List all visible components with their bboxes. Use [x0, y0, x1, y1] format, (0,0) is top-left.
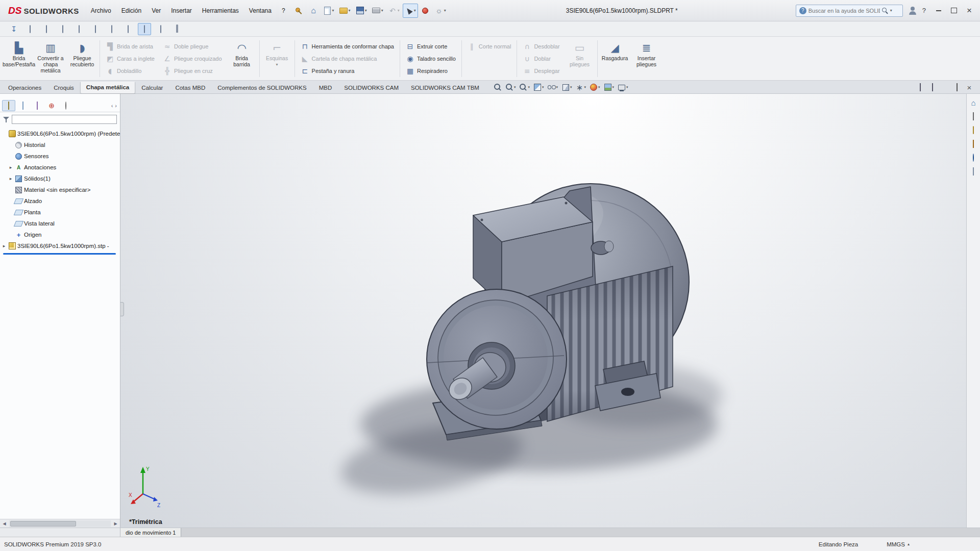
pliegue-croquizado-button[interactable]: ∠ Pliegue croquizado [159, 53, 226, 65]
doc-minimize-icon[interactable] [939, 83, 950, 92]
respiradero-button[interactable]: ▦ Respiradero [402, 65, 460, 77]
tab-solidworks-cam-tbm[interactable]: SOLIDWORKS CAM TBM [405, 82, 485, 93]
previous-view-icon[interactable]: ▾ [518, 82, 531, 92]
view-palette-icon[interactable] [968, 138, 979, 149]
design-library-icon[interactable] [968, 111, 979, 122]
tree-item-imported-stp[interactable]: ▸ 3SIE90L6(6Po1.5kw1000rpm).stp - [0, 240, 120, 252]
rollback-bar[interactable] [3, 253, 116, 255]
tab-operaciones[interactable]: Operaciones [2, 82, 47, 93]
doc-close-icon[interactable] [964, 83, 975, 92]
sheetmetal-tool-icon[interactable] [23, 23, 37, 35]
zoom-area-icon[interactable]: ▾ [504, 82, 517, 92]
edit-appearance-icon[interactable]: ▾ [589, 82, 601, 92]
displaymanager-tab[interactable] [59, 100, 72, 111]
desdoblar-button[interactable]: ∩ Desdoblar [519, 40, 564, 53]
pestana-y-ranura-button[interactable]: ⊏ Pestaña y ranura [297, 65, 398, 77]
panel-splitter-handle[interactable] [120, 302, 124, 316]
panel-horizontal-scrollbar[interactable]: ◀ ▶ [0, 519, 120, 528]
select-cursor-icon[interactable]: ▾ [403, 4, 418, 18]
scrollbar-thumb[interactable] [10, 521, 76, 527]
measure-clip-icon[interactable] [170, 23, 184, 35]
tree-item-alzado[interactable]: ▸ Alzado [0, 195, 120, 207]
login-user-icon[interactable] [908, 6, 917, 15]
panel-scroll-right-icon[interactable]: › [115, 103, 117, 109]
esquinas-button[interactable]: ⌐ Esquinas [261, 38, 293, 79]
sheetmetal-tool-icon[interactable] [105, 23, 118, 35]
motor-3d-model[interactable] [120, 94, 980, 528]
units-selector[interactable]: MMGS ▴ [887, 541, 910, 547]
search-input[interactable] [808, 8, 880, 14]
open-icon[interactable]: ▾ [337, 4, 353, 18]
tree-filter-input[interactable] [12, 115, 117, 124]
sheetmetal-tool-icon[interactable] [89, 23, 102, 35]
taladro-sencillo-button[interactable]: ◉ Taladro sencillo [402, 53, 460, 65]
tab-cotas-mbd[interactable]: Cotas MBD [169, 82, 211, 93]
hide-show-items-icon[interactable]: ▾ [547, 82, 559, 92]
tree-item-material[interactable]: ▸ Material <sin especificar> [0, 184, 120, 195]
sheetmetal-tool-icon[interactable] [121, 23, 135, 35]
tab-croquis[interactable]: Croquis [47, 82, 80, 93]
tree-item-historial[interactable]: ▸ Historial [0, 139, 120, 151]
scroll-left-icon[interactable]: ◀ [0, 521, 9, 526]
section-view-icon[interactable]: ▾ [532, 82, 545, 92]
rasgadura-button[interactable]: ◢ Rasgadura [599, 38, 631, 79]
home-icon[interactable]: ▾ [307, 4, 320, 18]
tab-solidworks-cam[interactable]: SOLIDWORKS CAM [338, 82, 405, 93]
menu-item[interactable]: Ventana [244, 5, 276, 16]
filter-funnel-icon[interactable] [3, 116, 9, 122]
sheetmetal-tool-icon[interactable] [154, 23, 167, 35]
caras-a-inglete-button[interactable]: ◩ Caras a inglete [102, 53, 159, 65]
cartela-chapa-metalica-button[interactable]: ◣ Cartela de chapa metálica [297, 53, 398, 65]
help-icon[interactable]: ? [920, 7, 928, 14]
new-document-icon[interactable]: ▾ [321, 4, 336, 18]
file-explorer-icon[interactable] [968, 124, 979, 136]
menu-item[interactable]: Edición [117, 5, 146, 16]
tab-calcular[interactable]: Calcular [135, 82, 169, 93]
expand-arrow-icon[interactable]: ▸ [8, 176, 13, 181]
tab-complementos[interactable]: Complementos de SOLIDWORKS [211, 82, 312, 93]
appearances-scenes-icon[interactable] [968, 152, 979, 163]
tree-root-part[interactable]: ▸ 3SIE90L6(6Po1.5kw1000rpm) (Predete [0, 128, 120, 139]
tree-item-anotaciones[interactable]: ▸ Anotaciones [0, 162, 120, 173]
featuremanager-tab[interactable] [2, 100, 15, 111]
custom-properties-icon[interactable] [968, 166, 979, 177]
close-button[interactable] [962, 4, 977, 18]
sheetmetal-tool-icon[interactable] [56, 23, 69, 35]
propertymanager-tab[interactable] [16, 100, 30, 111]
minimize-button[interactable] [931, 4, 946, 18]
menu-item[interactable]: ? [277, 5, 290, 16]
display-style-icon[interactable]: ▾ [560, 82, 573, 92]
pliegue-recubierto-button[interactable]: ◗ Pliegue recubierto [66, 38, 98, 79]
scroll-right-icon[interactable]: ▶ [111, 521, 120, 526]
extruir-corte-button[interactable]: ⊟ Extruir corte [402, 40, 460, 53]
undo-icon[interactable]: ▾ [386, 4, 402, 18]
convertir-a-chapa-metalica-button[interactable]: ▥ Convertir a chapa metálica [35, 38, 66, 79]
sheetmetal-tool-icon[interactable] [72, 23, 86, 35]
options-icon[interactable]: ▾ [433, 4, 448, 18]
corte-normal-button[interactable]: ∥ Corte normal [463, 40, 516, 53]
insert-bends-icon[interactable] [7, 23, 20, 35]
tree-item-origen[interactable]: ▸ Origen [0, 229, 120, 240]
doc-restore-icon[interactable] [951, 83, 963, 92]
desplegar-button[interactable]: ≡ Desplegar [519, 65, 564, 77]
maximize-button[interactable] [946, 4, 962, 18]
expand-arrow-icon[interactable]: ▸ [2, 243, 7, 248]
menu-item[interactable]: Ver [147, 5, 165, 16]
tree-item-planta[interactable]: ▸ Planta [0, 207, 120, 218]
brida-barrida-button[interactable]: ◠ Brida barrida [226, 38, 258, 79]
sin-pliegues-button[interactable]: ▭ Sin pliegues [564, 38, 596, 79]
menu-item[interactable]: Insertar [166, 5, 197, 16]
pin-toolbar-icon[interactable] [294, 6, 303, 15]
menu-item[interactable]: Herramientas [198, 5, 243, 16]
resources-home-icon[interactable] [968, 97, 979, 108]
expand-arrow-icon[interactable]: ▸ [8, 165, 13, 170]
apply-scene-icon[interactable]: ▾ [603, 82, 616, 92]
pane-right-toggle-icon[interactable] [927, 83, 938, 92]
panel-scroll-left-icon[interactable]: ‹ [111, 103, 113, 109]
hide-all-types-icon[interactable]: ▾ [575, 82, 587, 92]
graphics-viewport[interactable]: Y X Z *Trimétrica [120, 94, 980, 528]
tree-item-vista-lateral[interactable]: ▸ Vista lateral [0, 218, 120, 229]
save-icon[interactable]: ▾ [354, 4, 369, 18]
herramienta-conformar-chapa-button[interactable]: ⊓ Herramienta de conformar chapa [297, 40, 398, 53]
doblar-button[interactable]: ∪ Doblar [519, 53, 564, 65]
